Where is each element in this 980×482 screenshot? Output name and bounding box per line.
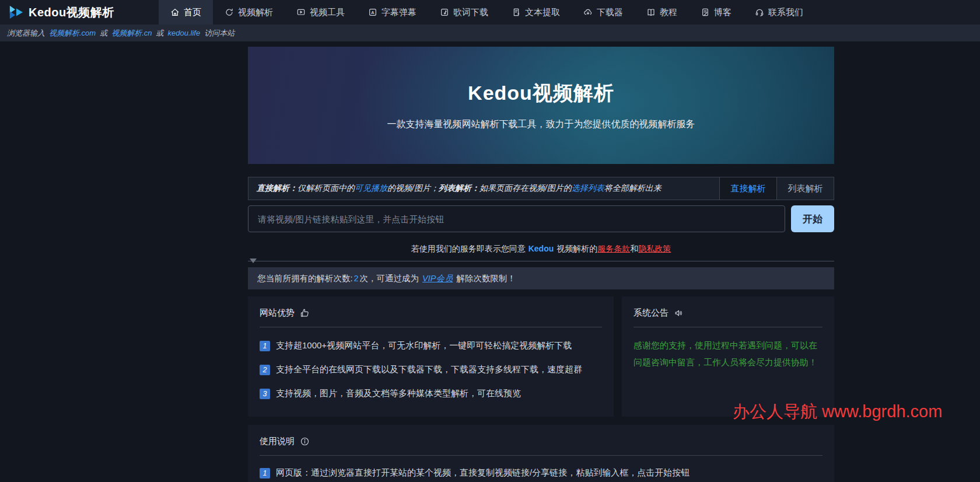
desc-direct-label: 直接解析： xyxy=(257,183,298,194)
announcement-card: 系统公告 感谢您的支持，使用过程中若遇到问题，可以在问题咨询中留言，工作人员将会… xyxy=(622,296,834,417)
desc-list-label: 列表解析： xyxy=(439,183,480,194)
nav-item-label: 视频解析 xyxy=(238,7,273,18)
agreement-text: 和 xyxy=(630,244,638,253)
advantage-item: 2 支持全平台的在线网页下载以及下载器下载，下载器支持多线程下载，速度超群 xyxy=(260,364,602,375)
announcement-text: 感谢您的支持，使用过程中若遇到问题，可以在问题咨询中留言，工作人员将会尽力提供协… xyxy=(634,337,822,371)
top-navbar: Kedou视频解析 首页 视频解析 视频工具 A 字幕弹幕 xyxy=(0,0,980,25)
parse-input-row: 开始 xyxy=(248,205,834,232)
visible-play-link[interactable]: 可见播放 xyxy=(355,183,387,194)
addr-or: 或 xyxy=(100,28,107,39)
brand[interactable]: Kedou视频解析 xyxy=(0,0,159,25)
contact-icon xyxy=(755,8,764,17)
nav-item-label: 教程 xyxy=(660,7,677,18)
nav-item-downloader[interactable]: 下载器 xyxy=(572,0,635,25)
addr-link-com[interactable]: 视频解析.com xyxy=(49,28,96,39)
nav-item-text-extract[interactable]: x 文本提取 xyxy=(500,0,572,25)
terms-link[interactable]: 服务条款 xyxy=(597,244,630,253)
parse-mode-bar: 直接解析：仅解析页面中的可见播放的视频/图片；列表解析：如果页面存在视频/图片的… xyxy=(248,177,834,200)
svg-text:A: A xyxy=(371,10,374,15)
home-icon xyxy=(170,8,180,17)
nav-item-home[interactable]: 首页 xyxy=(159,0,213,25)
vip-link[interactable]: VIP会员 xyxy=(422,273,453,284)
notice-text: 您当前所拥有的解析次数: xyxy=(257,273,353,284)
hero-subtitle: 一款支持海量视频网站解析下载工具，致力于为您提供优质的视频解析服务 xyxy=(387,118,695,131)
advantage-text: 支持超1000+视频网站平台，可无水印解析，一键即可轻松搞定视频解析下载 xyxy=(276,340,572,351)
brand-name: Kedou视频解析 xyxy=(29,5,114,20)
usage-title: 使用说明 xyxy=(260,436,295,447)
agreement-text: 视频解析的 xyxy=(556,244,597,253)
section-divider xyxy=(248,261,834,261)
svg-text:x: x xyxy=(517,12,520,15)
downloader-icon xyxy=(583,8,593,17)
subtitle-danmaku-icon: A xyxy=(368,8,377,17)
privacy-link[interactable]: 隐私政策 xyxy=(638,244,671,253)
advantage-number-badge: 1 xyxy=(260,341,270,351)
nav-item-tutorial[interactable]: 教程 xyxy=(635,0,689,25)
desc-text: 的视频/图片； xyxy=(387,183,439,194)
parse-count-value: 2 xyxy=(354,274,359,283)
advantages-header: 网站优势 xyxy=(260,306,602,320)
tab-list-parse[interactable]: 列表解析 xyxy=(776,177,834,200)
address-hint-bar: 浏览器输入 视频解析.com 或 视频解析.cn 或 kedou.life 访问… xyxy=(0,25,980,41)
usage-header: 使用说明 xyxy=(260,434,822,448)
url-input[interactable] xyxy=(248,205,785,232)
advantage-text: 支持视频，图片，音频及文档等多种媒体类型解析，可在线预览 xyxy=(276,388,521,399)
addr-suffix: 访问本站 xyxy=(204,28,235,39)
nav-item-label: 联系我们 xyxy=(768,7,803,18)
card-divider xyxy=(260,327,602,327)
nav-items: 首页 视频解析 视频工具 A 字幕弹幕 歌词下载 xyxy=(159,0,815,25)
addr-prefix: 浏览器输入 xyxy=(7,28,45,39)
cards-row: 网站优势 1 支持超1000+视频网站平台，可无水印解析，一键即可轻松搞定视频解… xyxy=(248,296,834,417)
hero-title: Kedou视频解析 xyxy=(468,80,614,107)
speaker-icon xyxy=(674,308,684,318)
advantages-title: 网站优势 xyxy=(260,308,295,319)
usage-card: 使用说明 1 网页版：通过浏览器直接打开某站的某个视频，直接复制视频链接/分享链… xyxy=(248,425,834,482)
addr-or: 或 xyxy=(156,28,164,39)
select-list-link[interactable]: 选择列表 xyxy=(572,183,604,194)
watermark-text: 办公人导航 www.bgrdh.com xyxy=(733,400,942,424)
announcement-header: 系统公告 xyxy=(634,306,822,320)
video-parse-icon xyxy=(225,8,234,17)
nav-item-label: 首页 xyxy=(184,7,201,18)
blog-icon xyxy=(701,8,710,17)
parse-mode-description: 直接解析：仅解析页面中的可见播放的视频/图片；列表解析：如果页面存在视频/图片的… xyxy=(249,177,719,200)
nav-item-label: 下载器 xyxy=(597,7,623,18)
nav-item-video-parse[interactable]: 视频解析 xyxy=(213,0,285,25)
nav-item-blog[interactable]: 博客 xyxy=(689,0,743,25)
advantage-text: 支持全平台的在线网页下载以及下载器下载，下载器支持多线程下载，速度超群 xyxy=(276,364,582,375)
desc-text: 将全部解析出来 xyxy=(604,183,662,194)
collapse-arrow-icon[interactable] xyxy=(250,259,257,263)
nav-item-label: 文本提取 xyxy=(525,7,560,18)
desc-text: 仅解析页面中的 xyxy=(298,183,355,194)
nav-item-video-tools[interactable]: 视频工具 xyxy=(285,0,356,25)
text-extract-icon: x xyxy=(512,8,521,17)
advantages-card: 网站优势 1 支持超1000+视频网站平台，可无水印解析，一键即可轻松搞定视频解… xyxy=(248,296,614,417)
announcement-title: 系统公告 xyxy=(634,308,668,319)
usage-item: 1 网页版：通过浏览器直接打开某站的某个视频，直接复制视频链接/分享链接，粘贴到… xyxy=(260,467,822,478)
usage-text: 网页版：通过浏览器直接打开某站的某个视频，直接复制视频链接/分享链接，粘贴到输入… xyxy=(276,467,690,478)
agreement-text: 若使用我们的服务即表示您同意 xyxy=(411,244,526,253)
nav-item-label: 博客 xyxy=(714,7,732,18)
tab-direct-parse[interactable]: 直接解析 xyxy=(719,177,776,200)
thumbs-up-icon xyxy=(300,308,310,318)
nav-item-lyrics-download[interactable]: 歌词下载 xyxy=(428,0,500,25)
addr-link-life[interactable]: kedou.life xyxy=(168,29,201,37)
start-button[interactable]: 开始 xyxy=(791,205,834,232)
card-divider xyxy=(634,327,822,327)
nav-item-label: 视频工具 xyxy=(310,7,345,18)
card-divider xyxy=(260,455,822,456)
nav-item-subtitle-danmaku[interactable]: A 字幕弹幕 xyxy=(356,0,428,25)
advantage-number-badge: 3 xyxy=(260,389,270,399)
agreement-brand: Kedou xyxy=(528,244,554,253)
advantage-item: 1 支持超1000+视频网站平台，可无水印解析，一键即可轻松搞定视频解析下载 xyxy=(260,340,602,351)
addr-link-cn[interactable]: 视频解析.cn xyxy=(111,28,152,39)
desc-text: 如果页面存在视频/图片的 xyxy=(480,183,572,194)
hero-banner: Kedou视频解析 一款支持海量视频网站解析下载工具，致力于为您提供优质的视频解… xyxy=(248,47,834,164)
advantage-item: 3 支持视频，图片，音频及文档等多种媒体类型解析，可在线预览 xyxy=(260,388,602,399)
nav-item-label: 歌词下载 xyxy=(453,7,488,18)
tutorial-icon xyxy=(646,8,656,17)
nav-item-contact[interactable]: 联系我们 xyxy=(743,0,815,25)
parse-count-notice: 您当前所拥有的解析次数: 2 次，可通过成为 VIP会员 解除次数限制！ xyxy=(248,267,834,289)
video-tools-icon xyxy=(296,8,306,17)
notice-text: 解除次数限制！ xyxy=(456,273,516,284)
